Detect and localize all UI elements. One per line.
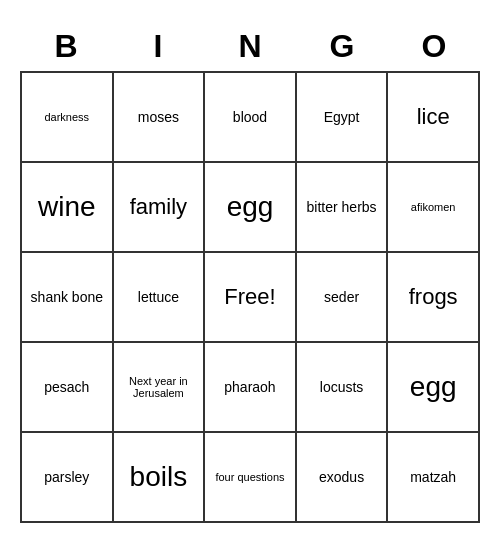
bingo-cell-2-4: frogs bbox=[387, 252, 479, 342]
bingo-grid: darknessmosesbloodEgyptlicewinefamilyegg… bbox=[20, 71, 480, 523]
bingo-row-2: shank bonelettuceFree!sederfrogs bbox=[21, 252, 479, 342]
bingo-cell-1-4: afikomen bbox=[387, 162, 479, 252]
bingo-cell-0-0: darkness bbox=[21, 72, 113, 162]
header-letter-i: I bbox=[112, 21, 204, 71]
bingo-cell-0-2: blood bbox=[204, 72, 296, 162]
bingo-cell-1-3: bitter herbs bbox=[296, 162, 388, 252]
bingo-cell-2-3: seder bbox=[296, 252, 388, 342]
bingo-row-4: parsleyboilsfour questionsexodusmatzah bbox=[21, 432, 479, 522]
header-letter-n: N bbox=[204, 21, 296, 71]
bingo-cell-1-2: egg bbox=[204, 162, 296, 252]
bingo-cell-4-4: matzah bbox=[387, 432, 479, 522]
bingo-cell-0-4: lice bbox=[387, 72, 479, 162]
bingo-row-3: pesachNext year in Jerusalempharaohlocus… bbox=[21, 342, 479, 432]
bingo-cell-3-2: pharaoh bbox=[204, 342, 296, 432]
header-letter-b: B bbox=[20, 21, 112, 71]
header-letter-o: O bbox=[388, 21, 480, 71]
bingo-header: BINGO bbox=[20, 21, 480, 71]
header-letter-g: G bbox=[296, 21, 388, 71]
bingo-cell-3-0: pesach bbox=[21, 342, 113, 432]
bingo-cell-3-1: Next year in Jerusalem bbox=[113, 342, 205, 432]
bingo-row-1: winefamilyeggbitter herbsafikomen bbox=[21, 162, 479, 252]
bingo-cell-4-0: parsley bbox=[21, 432, 113, 522]
bingo-cell-2-2: Free! bbox=[204, 252, 296, 342]
bingo-cell-1-1: family bbox=[113, 162, 205, 252]
bingo-card-container: BINGO darknessmosesbloodEgyptlicewinefam… bbox=[20, 21, 480, 523]
bingo-cell-4-1: boils bbox=[113, 432, 205, 522]
bingo-cell-4-3: exodus bbox=[296, 432, 388, 522]
bingo-cell-3-4: egg bbox=[387, 342, 479, 432]
bingo-cell-0-3: Egypt bbox=[296, 72, 388, 162]
bingo-cell-0-1: moses bbox=[113, 72, 205, 162]
bingo-cell-1-0: wine bbox=[21, 162, 113, 252]
bingo-cell-3-3: locusts bbox=[296, 342, 388, 432]
bingo-cell-4-2: four questions bbox=[204, 432, 296, 522]
bingo-cell-2-1: lettuce bbox=[113, 252, 205, 342]
bingo-cell-2-0: shank bone bbox=[21, 252, 113, 342]
bingo-row-0: darknessmosesbloodEgyptlice bbox=[21, 72, 479, 162]
